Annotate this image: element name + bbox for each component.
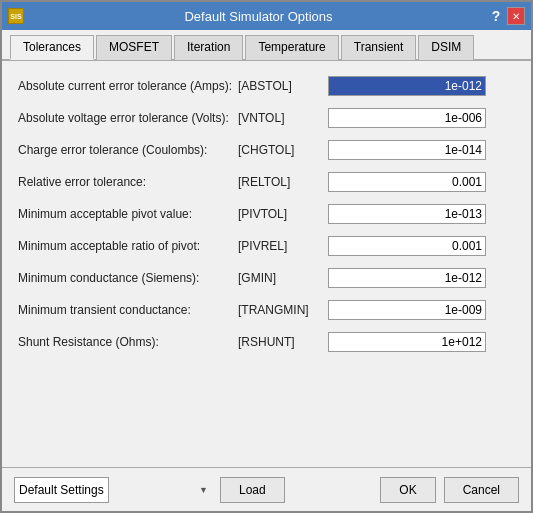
pivrel-input[interactable] [328,236,486,256]
table-row: Minimum conductance (Siemens): [GMIN] [18,265,515,291]
reltol-input[interactable] [328,172,486,192]
settings-dropdown[interactable]: Default Settings [14,477,109,503]
tab-bar: Tolerances MOSFET Iteration Temperature … [2,30,531,61]
app-icon: SIS [8,8,24,24]
table-row: Minimum transient conductance: [TRANGMIN… [18,297,515,323]
main-window: SIS Default Simulator Options ? ✕ Tolera… [0,0,533,513]
settings-dropdown-wrapper: Default Settings [14,477,212,503]
table-row: Minimum acceptable pivot value: [PIVTOL] [18,201,515,227]
table-row: Minimum acceptable ratio of pivot: [PIVR… [18,233,515,259]
load-button[interactable]: Load [220,477,285,503]
abstol-input[interactable] [328,76,486,96]
table-row: Absolute current error tolerance (Amps):… [18,73,515,99]
close-button[interactable]: ✕ [507,7,525,25]
tab-transient[interactable]: Transient [341,35,417,60]
tab-dsim[interactable]: DSIM [418,35,474,60]
table-row: Absolute voltage error tolerance (Volts)… [18,105,515,131]
vntol-input[interactable] [328,108,486,128]
tab-temperature[interactable]: Temperature [245,35,338,60]
gmin-input[interactable] [328,268,486,288]
tab-tolerances[interactable]: Tolerances [10,35,94,60]
rshunt-input[interactable] [328,332,486,352]
ok-button[interactable]: OK [380,477,435,503]
trangmin-input[interactable] [328,300,486,320]
cancel-button[interactable]: Cancel [444,477,519,503]
window-controls: ? ✕ [487,7,525,25]
window-title: Default Simulator Options [30,9,487,24]
help-button[interactable]: ? [487,7,505,25]
tab-iteration[interactable]: Iteration [174,35,243,60]
table-row: Shunt Resistance (Ohms): [RSHUNT] [18,329,515,355]
footer: Default Settings Load OK Cancel [2,467,531,511]
table-row: Relative error tolerance: [RELTOL] [18,169,515,195]
content-area: Absolute current error tolerance (Amps):… [2,61,531,467]
chgtol-input[interactable] [328,140,486,160]
title-bar: SIS Default Simulator Options ? ✕ [2,2,531,30]
table-row: Charge error tolerance (Coulombs): [CHGT… [18,137,515,163]
pivtol-input[interactable] [328,204,486,224]
tab-mosfet[interactable]: MOSFET [96,35,172,60]
